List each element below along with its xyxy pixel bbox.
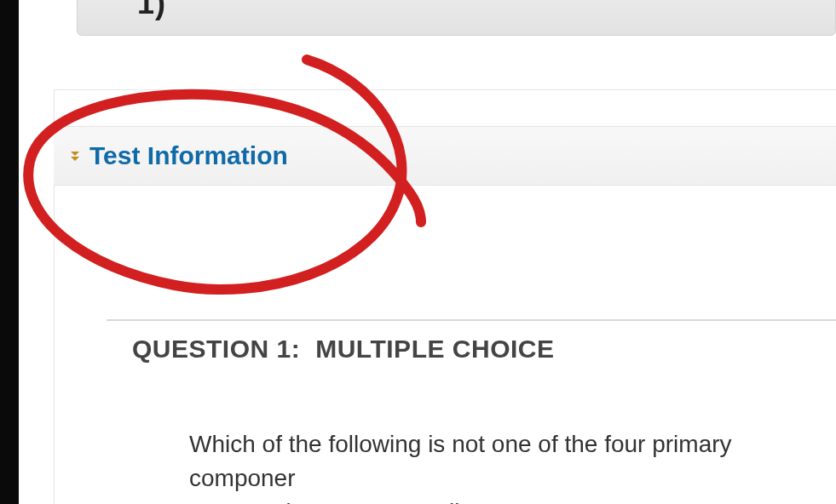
collapsed-panel-bar[interactable]: 1) <box>77 0 836 36</box>
divider-line <box>54 89 836 90</box>
question-type-label: MULTIPLE CHOICE <box>315 335 554 363</box>
question-number-label: QUESTION 1: <box>132 335 300 363</box>
test-information-heading: Test Information <box>89 141 288 170</box>
expand-chevrons-icon <box>69 151 81 161</box>
question-divider <box>107 319 836 321</box>
test-information-toggle[interactable]: Test Information <box>54 126 836 186</box>
collapsed-panel-index: 1) <box>137 0 166 21</box>
question-heading: QUESTION 1:MULTIPLE CHOICE <box>132 335 836 364</box>
window-edge-strip <box>0 0 19 504</box>
question-prompt-text: Which of the following is not one of the… <box>189 427 836 504</box>
